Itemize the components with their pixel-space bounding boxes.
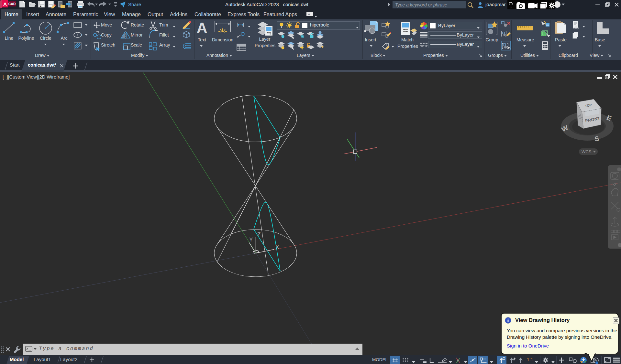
svg-text:A: A <box>3 1 7 7</box>
svg-text:WCS: WCS <box>582 149 592 154</box>
svg-text:[−][Custom View][2D Wireframe]: [−][Custom View][2D Wireframe] <box>3 74 70 80</box>
svg-text:CAD: CAD <box>8 2 16 6</box>
svg-text:Y: Y <box>249 237 253 243</box>
svg-text:X: X <box>275 244 279 250</box>
svg-text:Z: Z <box>257 231 261 238</box>
